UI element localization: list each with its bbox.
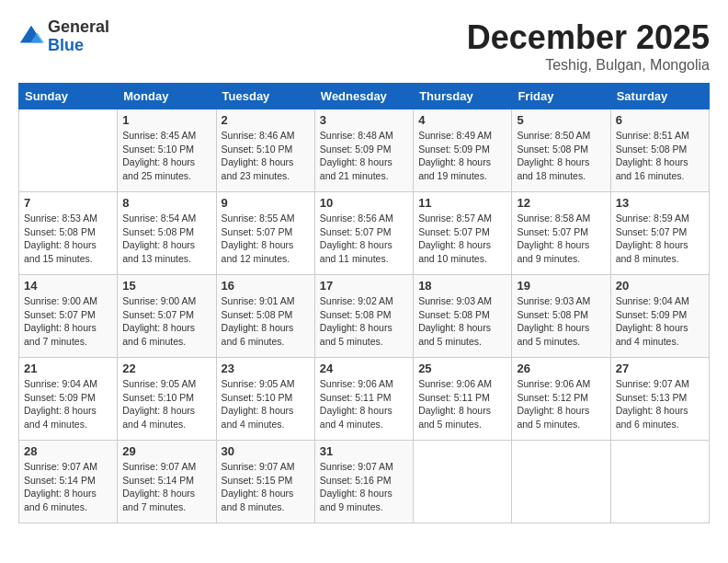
calendar-cell: 12Sunrise: 8:58 AMSunset: 5:07 PMDayligh… xyxy=(512,192,610,275)
day-number: 1 xyxy=(122,113,210,127)
day-info: Sunrise: 8:48 AMSunset: 5:09 PMDaylight:… xyxy=(320,129,408,183)
calendar-cell: 2Sunrise: 8:46 AMSunset: 5:10 PMDaylight… xyxy=(216,109,314,192)
day-number: 23 xyxy=(222,362,310,375)
day-number: 28 xyxy=(24,444,112,458)
day-number: 19 xyxy=(517,279,605,293)
day-number: 4 xyxy=(418,113,506,127)
calendar-table: SundayMondayTuesdayWednesdayThursdayFrid… xyxy=(18,83,710,523)
logo-blue: Blue xyxy=(48,37,109,55)
day-number: 11 xyxy=(418,196,506,210)
day-info: Sunrise: 8:56 AMSunset: 5:07 PMDaylight:… xyxy=(320,212,408,266)
logo-general: General xyxy=(48,18,109,37)
day-info: Sunrise: 8:49 AMSunset: 5:09 PMDaylight:… xyxy=(418,129,506,183)
header-day-friday: Friday xyxy=(512,84,610,109)
day-number: 13 xyxy=(616,196,704,210)
calendar-cell: 16Sunrise: 9:01 AMSunset: 5:08 PMDayligh… xyxy=(216,275,314,358)
calendar-subtitle: Teshig, Bulgan, Mongolia xyxy=(467,57,710,74)
title-area: December 2025 Teshig, Bulgan, Mongolia xyxy=(467,18,710,74)
day-info: Sunrise: 9:03 AMSunset: 5:08 PMDaylight:… xyxy=(517,294,605,349)
calendar-cell: 6Sunrise: 8:51 AMSunset: 5:08 PMDaylight… xyxy=(610,109,709,192)
day-number: 26 xyxy=(517,362,605,375)
calendar-cell: 18Sunrise: 9:03 AMSunset: 5:08 PMDayligh… xyxy=(414,275,512,358)
header-day-monday: Monday xyxy=(118,84,216,109)
calendar-cell: 9Sunrise: 8:55 AMSunset: 5:07 PMDaylight… xyxy=(216,192,314,275)
day-info: Sunrise: 9:04 AMSunset: 5:09 PMDaylight:… xyxy=(24,377,112,431)
day-number: 10 xyxy=(320,196,408,210)
day-info: Sunrise: 8:57 AMSunset: 5:07 PMDaylight:… xyxy=(418,212,506,266)
day-number: 14 xyxy=(24,279,112,293)
calendar-cell: 27Sunrise: 9:07 AMSunset: 5:13 PMDayligh… xyxy=(610,358,709,441)
day-info: Sunrise: 9:05 AMSunset: 5:10 PMDaylight:… xyxy=(122,377,210,431)
day-info: Sunrise: 8:53 AMSunset: 5:08 PMDaylight:… xyxy=(24,212,112,266)
day-info: Sunrise: 9:06 AMSunset: 5:11 PMDaylight:… xyxy=(418,377,506,431)
logo: General Blue xyxy=(18,18,109,55)
calendar-cell: 30Sunrise: 9:07 AMSunset: 5:15 PMDayligh… xyxy=(216,441,314,523)
calendar-cell xyxy=(610,441,709,523)
days-header-row: SundayMondayTuesdayWednesdayThursdayFrid… xyxy=(19,84,710,109)
day-number: 15 xyxy=(122,279,210,293)
week-row-1: 1Sunrise: 8:45 AMSunset: 5:10 PMDaylight… xyxy=(19,109,710,192)
day-number: 30 xyxy=(222,444,310,458)
day-number: 9 xyxy=(222,196,310,210)
calendar-cell: 17Sunrise: 9:02 AMSunset: 5:08 PMDayligh… xyxy=(314,275,413,358)
day-number: 7 xyxy=(24,196,112,210)
day-info: Sunrise: 8:45 AMSunset: 5:10 PMDaylight:… xyxy=(122,129,210,183)
header-day-saturday: Saturday xyxy=(610,84,709,109)
day-info: Sunrise: 8:46 AMSunset: 5:10 PMDaylight:… xyxy=(222,129,310,183)
week-row-5: 28Sunrise: 9:07 AMSunset: 5:14 PMDayligh… xyxy=(19,441,710,523)
day-number: 21 xyxy=(24,362,112,375)
day-info: Sunrise: 9:07 AMSunset: 5:13 PMDaylight:… xyxy=(616,377,704,431)
calendar-cell: 7Sunrise: 8:53 AMSunset: 5:08 PMDaylight… xyxy=(19,192,118,275)
day-number: 6 xyxy=(616,113,704,127)
header-day-wednesday: Wednesday xyxy=(314,84,413,109)
calendar-cell: 21Sunrise: 9:04 AMSunset: 5:09 PMDayligh… xyxy=(19,358,118,441)
calendar-cell: 3Sunrise: 8:48 AMSunset: 5:09 PMDaylight… xyxy=(314,109,413,192)
day-info: Sunrise: 9:07 AMSunset: 5:16 PMDaylight:… xyxy=(320,460,408,514)
day-info: Sunrise: 9:07 AMSunset: 5:15 PMDaylight:… xyxy=(222,460,310,514)
calendar-cell xyxy=(512,441,610,523)
day-info: Sunrise: 8:59 AMSunset: 5:07 PMDaylight:… xyxy=(616,212,704,266)
calendar-cell: 13Sunrise: 8:59 AMSunset: 5:07 PMDayligh… xyxy=(610,192,709,275)
day-number: 16 xyxy=(222,279,310,293)
calendar-cell: 24Sunrise: 9:06 AMSunset: 5:11 PMDayligh… xyxy=(314,358,413,441)
calendar-cell: 14Sunrise: 9:00 AMSunset: 5:07 PMDayligh… xyxy=(19,275,118,358)
day-info: Sunrise: 8:58 AMSunset: 5:07 PMDaylight:… xyxy=(517,212,605,266)
day-info: Sunrise: 9:07 AMSunset: 5:14 PMDaylight:… xyxy=(24,460,112,514)
day-info: Sunrise: 9:00 AMSunset: 5:07 PMDaylight:… xyxy=(122,294,210,349)
day-number: 12 xyxy=(517,196,605,210)
calendar-cell: 25Sunrise: 9:06 AMSunset: 5:11 PMDayligh… xyxy=(414,358,512,441)
day-info: Sunrise: 8:55 AMSunset: 5:07 PMDaylight:… xyxy=(222,212,310,266)
header: General Blue December 2025 Teshig, Bulga… xyxy=(18,18,710,74)
calendar-cell: 20Sunrise: 9:04 AMSunset: 5:09 PMDayligh… xyxy=(610,275,709,358)
day-info: Sunrise: 9:07 AMSunset: 5:14 PMDaylight:… xyxy=(122,460,210,514)
calendar-title: December 2025 xyxy=(467,18,710,57)
day-info: Sunrise: 8:51 AMSunset: 5:08 PMDaylight:… xyxy=(616,129,704,183)
week-row-4: 21Sunrise: 9:04 AMSunset: 5:09 PMDayligh… xyxy=(19,358,710,441)
day-number: 29 xyxy=(122,444,210,458)
calendar-cell: 31Sunrise: 9:07 AMSunset: 5:16 PMDayligh… xyxy=(314,441,413,523)
calendar-cell: 11Sunrise: 8:57 AMSunset: 5:07 PMDayligh… xyxy=(414,192,512,275)
day-number: 31 xyxy=(320,444,408,458)
logo-text: General Blue xyxy=(48,18,109,55)
calendar-cell: 23Sunrise: 9:05 AMSunset: 5:10 PMDayligh… xyxy=(216,358,314,441)
calendar-cell: 29Sunrise: 9:07 AMSunset: 5:14 PMDayligh… xyxy=(118,441,216,523)
day-info: Sunrise: 9:06 AMSunset: 5:12 PMDaylight:… xyxy=(517,377,605,431)
day-info: Sunrise: 9:02 AMSunset: 5:08 PMDaylight:… xyxy=(320,294,408,349)
week-row-3: 14Sunrise: 9:00 AMSunset: 5:07 PMDayligh… xyxy=(19,275,710,358)
calendar-cell: 10Sunrise: 8:56 AMSunset: 5:07 PMDayligh… xyxy=(314,192,413,275)
day-info: Sunrise: 8:50 AMSunset: 5:08 PMDaylight:… xyxy=(517,129,605,183)
calendar-cell xyxy=(19,109,118,192)
day-number: 20 xyxy=(616,279,704,293)
day-number: 3 xyxy=(320,113,408,127)
day-number: 8 xyxy=(122,196,210,210)
day-number: 17 xyxy=(320,279,408,293)
day-info: Sunrise: 9:05 AMSunset: 5:10 PMDaylight:… xyxy=(222,377,310,431)
day-number: 18 xyxy=(418,279,506,293)
week-row-2: 7Sunrise: 8:53 AMSunset: 5:08 PMDaylight… xyxy=(19,192,710,275)
day-number: 5 xyxy=(517,113,605,127)
calendar-cell: 19Sunrise: 9:03 AMSunset: 5:08 PMDayligh… xyxy=(512,275,610,358)
calendar-cell: 8Sunrise: 8:54 AMSunset: 5:08 PMDaylight… xyxy=(118,192,216,275)
day-info: Sunrise: 9:01 AMSunset: 5:08 PMDaylight:… xyxy=(222,294,310,349)
logo-icon xyxy=(18,24,44,50)
day-number: 25 xyxy=(418,362,506,375)
